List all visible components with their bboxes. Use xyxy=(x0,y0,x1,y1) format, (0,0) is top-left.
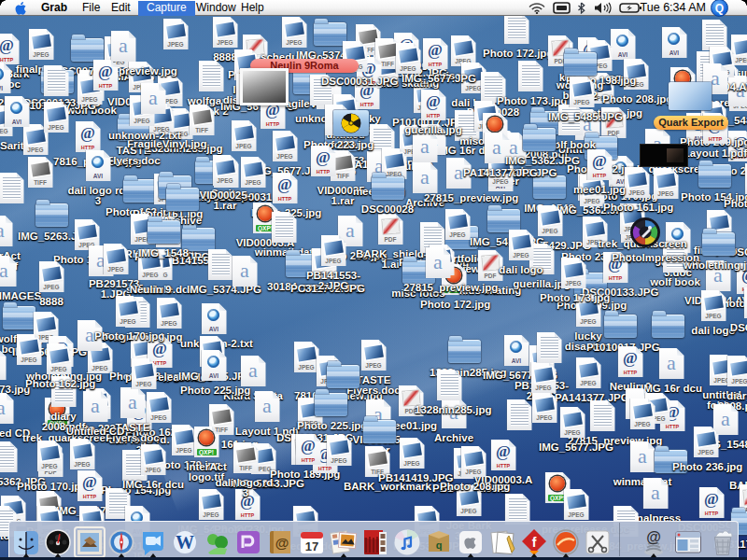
svg-text:@: @ xyxy=(646,529,661,545)
svg-text:@: @ xyxy=(275,535,289,551)
svg-text:W: W xyxy=(176,532,194,553)
svg-text:17: 17 xyxy=(305,539,318,553)
svg-text:f: f xyxy=(532,535,537,550)
svg-text:q: q xyxy=(436,539,443,551)
